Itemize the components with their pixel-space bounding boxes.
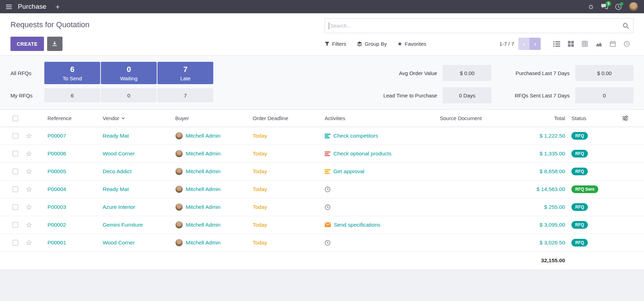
vendor-link[interactable]: Azure Interior [103,204,135,210]
table-row[interactable]: ☆ P00002 Gemini Furniture Mitchell Admin… [0,216,644,234]
group-by-button[interactable]: Group By [357,41,387,47]
search-box[interactable] [325,18,634,33]
table-row[interactable]: ☆ P00001 Wood Corner Mitchell Admin Toda… [0,234,644,252]
stat-value[interactable]: 0 Days [443,87,491,103]
reference-link[interactable]: P00007 [47,133,66,139]
view-pivot-button[interactable] [578,38,592,50]
view-kanban-button[interactable] [564,38,578,50]
stat-value[interactable]: 0 [575,87,634,103]
buyer-link[interactable]: Mitchell Admin [186,222,221,228]
calendar-view-icon [610,41,616,47]
row-checkbox[interactable] [13,204,18,210]
row-checkbox[interactable] [13,133,18,139]
activity-label[interactable]: Check optional products [333,150,391,157]
reference-link[interactable]: P00005 [47,168,66,175]
row-checkbox[interactable] [13,169,18,174]
debug-icon[interactable] [588,3,594,10]
buyer-link[interactable]: Mitchell Admin [186,150,221,157]
reference-link[interactable]: P00006 [47,150,66,157]
optional-columns-icon[interactable] [622,116,629,121]
favorite-star-icon[interactable]: ☆ [26,221,32,228]
table-row[interactable]: ☆ P00007 Ready Mat Mitchell Admin Today … [0,127,644,145]
app-name[interactable]: Purchase [18,3,46,10]
vendor-link[interactable]: Deco Addict [103,168,132,175]
row-checkbox[interactable] [13,222,18,228]
activity-cell[interactable] [325,186,440,192]
column-header-activities[interactable]: Activities [325,115,440,121]
stat-value[interactable]: $ 0.00 [575,65,634,81]
messages-count-badge: 5 [606,1,611,6]
search-input[interactable] [329,23,623,29]
column-header-reference[interactable]: Reference [43,115,103,121]
my-to-send[interactable]: 6 [44,88,100,102]
stat-value[interactable]: $ 0.00 [443,65,491,81]
select-all-checkbox[interactable] [13,116,18,121]
activity-cell[interactable]: Check competitors [325,133,440,139]
kpi-late[interactable]: 7 Late [157,62,213,84]
favorite-star-icon[interactable]: ☆ [26,204,32,211]
favorite-star-icon[interactable]: ☆ [26,132,32,139]
plus-icon[interactable]: + [55,3,60,10]
column-header-status[interactable]: Status [567,115,616,121]
vendor-link[interactable]: Wood Corner [103,240,135,246]
activities-icon[interactable] [615,3,622,10]
buyer-link[interactable]: Mitchell Admin [186,204,221,210]
activity-cell[interactable]: Send specifications [325,222,440,228]
my-late[interactable]: 7 [157,88,213,102]
reference-link[interactable]: P00001 [47,240,66,246]
sort-caret-icon [121,117,125,119]
column-header-order-deadline[interactable]: Order Deadline [253,115,325,121]
buyer-link[interactable]: Mitchell Admin [186,133,221,139]
order-deadline-text: Today [253,204,267,210]
apps-menu-icon[interactable] [6,4,12,9]
search-icon[interactable] [623,23,629,29]
pager-previous-button[interactable]: ‹ [518,38,530,50]
user-avatar[interactable] [629,2,638,12]
view-graph-button[interactable] [592,38,606,50]
kpi-waiting[interactable]: 0 Waiting [101,62,157,84]
column-header-buyer[interactable]: Buyer [175,115,253,121]
buyer-link[interactable]: Mitchell Admin [186,186,221,192]
row-checkbox[interactable] [13,240,18,245]
filters-button[interactable]: Filters [325,41,346,47]
table-row[interactable]: ☆ P00006 Wood Corner Mitchell Admin Toda… [0,145,644,163]
activity-cell[interactable] [325,204,440,210]
table-row[interactable]: ☆ P00003 Azure Interior Mitchell Admin T… [0,198,644,216]
activity-label[interactable]: Get approval [333,168,364,175]
column-header-vendor[interactable]: Vendor [103,115,175,121]
column-header-total[interactable]: Total [515,115,567,121]
create-button[interactable]: CREATE [10,37,44,51]
favorites-button[interactable]: ★ Favorites [397,41,426,47]
pager-next-button[interactable]: › [530,38,541,50]
activity-label[interactable]: Check competitors [333,133,378,139]
reference-link[interactable]: P00002 [47,222,66,228]
favorite-star-icon[interactable]: ☆ [26,150,32,157]
table-row[interactable]: ☆ P00005 Deco Addict Mitchell Admin Toda… [0,163,644,181]
activity-cell[interactable] [325,240,440,246]
vendor-link[interactable]: Wood Corner [103,150,135,157]
table-row[interactable]: ☆ P00004 Ready Mat Mitchell Admin Today … [0,181,644,198]
row-checkbox[interactable] [13,151,18,156]
reference-link[interactable]: P00004 [47,186,66,192]
favorite-star-icon[interactable]: ☆ [26,186,32,193]
favorite-star-icon[interactable]: ☆ [26,168,32,175]
export-button[interactable] [47,37,62,51]
view-calendar-button[interactable] [606,38,620,50]
view-activity-button[interactable] [620,38,634,50]
vendor-link[interactable]: Gemini Furniture [103,222,143,228]
vendor-link[interactable]: Ready Mat [103,186,129,192]
activity-cell[interactable]: Check optional products [325,150,440,157]
buyer-link[interactable]: Mitchell Admin [186,240,221,246]
buyer-link[interactable]: Mitchell Admin [186,168,221,175]
view-list-button[interactable] [550,38,564,50]
my-waiting[interactable]: 0 [101,88,157,102]
row-checkbox[interactable] [13,186,18,192]
kpi-to-send[interactable]: 6 To Send [44,62,100,84]
activity-label[interactable]: Send specifications [334,222,380,228]
column-header-source-document[interactable]: Source Document [440,115,515,121]
favorite-star-icon[interactable]: ☆ [26,239,32,246]
activity-cell[interactable]: Get approval [325,168,440,175]
vendor-link[interactable]: Ready Mat [103,133,129,139]
reference-link[interactable]: P00003 [47,204,66,210]
messages-icon[interactable]: 5 [601,3,608,10]
